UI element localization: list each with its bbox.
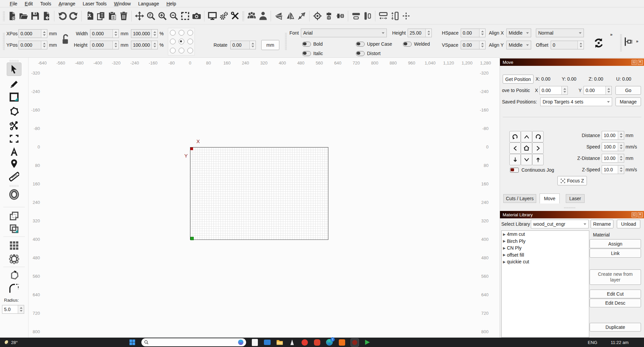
scale-width-spinner[interactable] [151,30,157,38]
material-item[interactable]: ▶CN Ply [502,245,589,252]
font-height-spinner[interactable] [425,29,431,37]
assign-button[interactable]: Assign [590,239,641,248]
distance-spinner[interactable] [618,131,624,139]
align-x-combo[interactable]: Middle [506,29,531,37]
continuous-jog-toggle[interactable] [510,168,519,173]
move-x-spinner[interactable] [561,86,567,94]
anchor-top-right[interactable] [187,30,193,36]
welded-toggle-row[interactable]: Welded [403,41,430,47]
resize-width-icon[interactable] [377,10,389,22]
open-file-icon[interactable] [18,10,29,22]
resize-height-icon[interactable] [389,10,400,22]
width-field[interactable]: 0.000 [90,29,119,38]
circular-array-tool[interactable] [7,253,21,265]
scale-width-field[interactable]: 100.000 [131,29,158,38]
rotate-spinner[interactable] [249,41,256,49]
dock-panel-icon[interactable] [623,37,633,48]
position-pin-tool[interactable] [7,157,21,170]
measure-tool[interactable] [7,170,21,183]
ypos-spinner[interactable] [41,41,47,49]
unload-button[interactable]: Unload [617,220,640,228]
expand-arrow-icon[interactable]: ▶ [503,239,506,243]
redo-icon[interactable] [68,10,79,22]
material-item[interactable]: ▶offset fill [502,252,589,259]
taskbar-app-10[interactable] [364,339,371,346]
weather-widget[interactable]: 28° [5,340,18,345]
palette-grip[interactable] [9,185,19,187]
z-speed-spinner[interactable] [618,166,624,174]
paste-icon[interactable] [106,10,118,22]
text-tool[interactable] [7,145,21,158]
distribute-v-icon[interactable] [362,10,373,22]
menu-arrange[interactable]: Arrange [55,1,79,6]
menu-window[interactable]: Window [110,1,135,6]
taskbar-app-file-explorer[interactable] [276,339,284,346]
start-point-tool[interactable] [7,269,21,281]
jog-left-button[interactable] [509,142,521,154]
position-laser-icon[interactable] [312,10,323,22]
distribute-h-icon[interactable] [350,10,362,22]
z-speed-field[interactable]: 10.0 [602,165,624,174]
xpos-field[interactable]: 0.000 [18,29,47,38]
upper-case-toggle-row[interactable]: Upper Case [356,41,392,47]
settings-gears-icon[interactable] [218,10,229,22]
close-panel-icon[interactable]: ✕ [638,212,643,217]
jog-up-button[interactable] [521,131,532,142]
import-file-icon[interactable] [41,10,52,22]
manage-button[interactable]: Manage [615,97,641,106]
anchor-middle-right[interactable] [187,39,193,44]
offset-shapes-tool[interactable] [7,188,21,201]
hspace-field[interactable]: 0.00 [461,29,486,37]
work-area-grid[interactable] [190,147,328,240]
grid-array-tool[interactable] [7,239,21,252]
taskbar-app-lightburn-active[interactable] [351,338,359,347]
edit-desc-button[interactable]: Edit Desc [590,299,641,307]
radius-spinner[interactable] [18,305,24,313]
height-spinner[interactable] [112,41,119,49]
zoom-to-page-icon[interactable] [145,10,156,22]
offset-field[interactable]: 0 [551,41,584,49]
toolbar-overflow-chevron[interactable]: » [636,39,638,44]
anchor-middle-left[interactable] [170,39,176,44]
toolbar-grip[interactable] [620,34,622,51]
clock[interactable]: 11:22 am [611,340,629,345]
distort-toggle[interactable] [356,51,365,56]
undo-icon[interactable] [56,10,68,22]
taskbar-app-notepad[interactable] [251,339,259,346]
focus-z-button[interactable]: Focus Z [557,176,587,185]
taskbar-app-mail[interactable] [264,339,271,346]
center-selection-icon[interactable] [400,10,412,22]
flip-horizontal-icon[interactable] [284,10,296,22]
tab-laser[interactable]: Laser [566,194,585,203]
align-v-center-icon[interactable] [334,10,346,22]
weld-shapes-tool[interactable] [7,210,21,222]
select-library-combo[interactable]: wood_cut_engr [531,220,589,228]
offset-spinner[interactable] [578,41,584,49]
font-combo[interactable]: Arial [301,29,387,37]
workspace-canvas[interactable]: -640-560-480-400-320-240-160-80080160240… [29,58,500,338]
preview-window-icon[interactable] [206,10,218,22]
camera-capture-icon[interactable] [191,10,202,22]
distort-toggle-row[interactable]: Distort [356,50,380,57]
distance-field[interactable]: 10.00 [602,131,624,140]
jog-rotate-cw-button[interactable] [532,131,544,142]
expand-arrow-icon[interactable]: ▶ [503,246,506,250]
move-y-spinner[interactable] [605,86,611,94]
panel-grip[interactable] [564,207,575,209]
menu-help[interactable]: Help [163,1,180,6]
italic-toggle[interactable] [302,51,311,56]
xpos-spinner[interactable] [41,30,47,38]
move-panel-header[interactable]: Move ◱✕ [500,58,644,66]
material-panel-header[interactable]: Material Library ◱✕ [500,211,644,218]
taskbar-app-4[interactable] [288,339,296,346]
units-toggle-button[interactable]: mm [261,40,279,50]
go-button[interactable]: Go [615,86,641,95]
device-settings-icon[interactable] [229,10,241,22]
menu-tools[interactable]: Tools [37,1,55,6]
delete-icon[interactable] [118,10,129,22]
toolbar-grip[interactable] [3,11,5,21]
expand-arrow-icon[interactable]: ▶ [503,253,506,257]
radius-field[interactable]: 5.0 [2,305,24,314]
cut-icon[interactable] [84,10,95,22]
italic-toggle-row[interactable]: Italic [302,50,323,57]
